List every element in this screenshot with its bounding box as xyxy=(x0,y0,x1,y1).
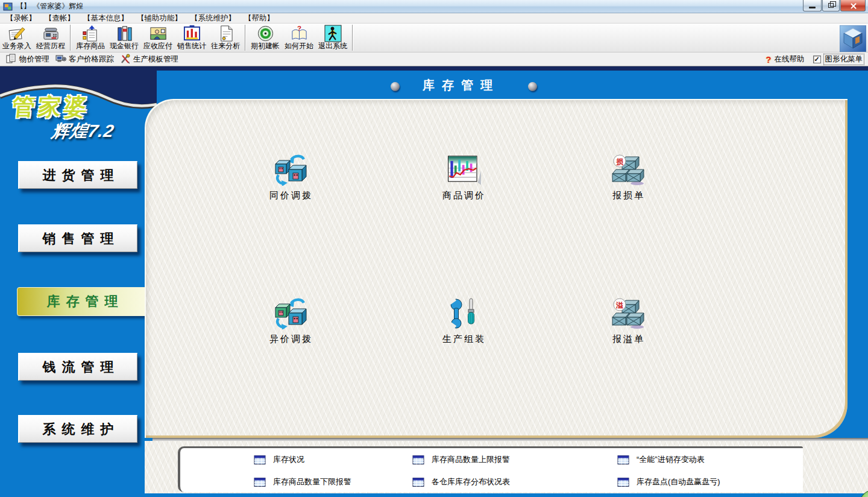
exit-icon xyxy=(324,25,342,42)
report-label: “全能”进销存变动表 xyxy=(637,454,705,465)
toolbar-sales-statistics[interactable]: 销售统计 xyxy=(175,24,209,52)
reports-panel: 库存状况 库存商品数量上限报警 “全能”进销存变动表 xyxy=(178,446,803,492)
restore-icon xyxy=(828,3,834,8)
toolbar-label: 客户价格跟踪 xyxy=(69,54,114,65)
price-docs-icon xyxy=(6,54,17,65)
shortcut-transfer-same-price[interactable]: 同价调拨 xyxy=(240,154,342,201)
toolbar-separator xyxy=(352,25,353,51)
graphical-menu-checkbox[interactable]: ✓ xyxy=(813,55,821,63)
table-icon xyxy=(617,478,629,487)
minimize-button[interactable] xyxy=(803,0,822,11)
toolbar-label: 期初建帐 xyxy=(251,42,280,50)
window-controls xyxy=(802,0,866,11)
toolbar-label: 应收应付 xyxy=(143,42,172,50)
report-label: 各仓库库存分布状况表 xyxy=(432,476,510,487)
menu-query[interactable]: 【查帐】 xyxy=(42,13,77,24)
report-label: 库存商品数量上限报警 xyxy=(432,454,510,465)
cash-bank-icon xyxy=(116,25,133,42)
transfer-same-price-icon xyxy=(274,154,308,186)
sidebar-item-cash-flow-management[interactable]: 钱流管理 xyxy=(18,353,137,381)
menu-auxiliary[interactable]: 【辅助功能】 xyxy=(134,13,184,24)
toolbar-label: 往来分析 xyxy=(211,42,240,50)
shortcut-label: 生产组装 xyxy=(413,334,515,345)
sidebar-item-inventory-management[interactable]: 库存管理 xyxy=(17,287,148,316)
toolbar-production-template-management[interactable]: 生产模板管理 xyxy=(120,54,178,65)
restore-button[interactable] xyxy=(822,0,840,11)
toolbar-separator xyxy=(245,25,246,51)
report-label: 库存盘点(自动盘赢盘亏) xyxy=(637,476,720,487)
table-icon xyxy=(412,455,424,464)
shortcut-goods-price-adjust[interactable]: 商品调价 xyxy=(413,154,515,201)
menu-bar: 【录帐】 【查帐】 【基本信息】 【辅助功能】 【系统维护】 【帮助】 xyxy=(0,13,868,24)
shortcut-production-assembly[interactable]: 生产组装 xyxy=(413,298,515,345)
report-inventory-status[interactable]: 库存状况 xyxy=(254,452,304,467)
toolbar-how-to-start[interactable]: ? 如何开始 xyxy=(282,24,316,52)
application-window: 【】 《管家婆》辉煌 【录帐】 【查帐】 【基本信息】 【辅助功能】 【系统维护… xyxy=(0,0,868,497)
sales-stats-icon xyxy=(183,25,201,42)
report-label: 库存商品数量下限报警 xyxy=(273,476,351,487)
report-omnipotent-change-table[interactable]: “全能”进销存变动表 xyxy=(617,452,705,467)
toolbar-label: 销售统计 xyxy=(177,42,206,50)
toolbar-label: 物价管理 xyxy=(19,54,49,65)
cube-logo-icon[interactable] xyxy=(840,25,866,52)
shortcut-label: 报溢单 xyxy=(577,334,680,345)
menu-system-maintenance[interactable]: 【系统维护】 xyxy=(188,13,238,24)
toolbar-label: 生产模板管理 xyxy=(133,54,178,65)
overflow-report-icon: 溢 xyxy=(612,298,646,329)
secondary-toolbar: 物价管理 客户价格跟踪 生产模板管理 ? 在线帮助 ✓ 图形化菜单 xyxy=(0,52,868,66)
toolbar-label: 如何开始 xyxy=(285,42,313,50)
shortcut-overflow-report[interactable]: 溢 报溢单 xyxy=(577,298,680,345)
brand-logo-version: 辉煌7.2 xyxy=(49,119,116,144)
main-toolbar: 业务录入 经营历程 库存商品 xyxy=(0,24,868,52)
shortcut-loss-report[interactable]: 损 报损单 xyxy=(577,154,680,201)
toolbar-label: 现金银行 xyxy=(110,42,139,50)
main-area: 管家婆 辉煌7.2 进货管理 销售管理 库存管理 钱流管理 系统维护 库存管理 xyxy=(0,66,868,497)
menu-help[interactable]: 【帮助】 xyxy=(242,13,277,24)
svg-text:?: ? xyxy=(297,25,301,32)
menu-basic-info[interactable]: 【基本信息】 xyxy=(81,13,131,24)
toolbar-stock-goods[interactable]: 库存商品 xyxy=(74,24,107,52)
toolbar-exit-system[interactable]: 退出系统 xyxy=(316,24,350,52)
toolbar-right-cluster: ? 在线帮助 ✓ 图形化菜单 xyxy=(766,52,864,66)
report-warehouse-distribution[interactable]: 各仓库库存分布状况表 xyxy=(412,474,510,490)
toolbar-business-history[interactable]: 经营历程 xyxy=(34,24,68,52)
toolbar-label: 退出系统 xyxy=(318,42,347,50)
menu-record[interactable]: 【录帐】 xyxy=(4,13,39,24)
table-icon xyxy=(254,478,266,487)
monitor-icon xyxy=(55,54,66,65)
report-stocktaking[interactable]: 库存盘点(自动盘赢盘亏) xyxy=(617,474,720,490)
shortcut-label: 商品调价 xyxy=(413,190,515,201)
shortcut-transfer-diff-price[interactable]: 异价调拨 xyxy=(240,298,342,345)
sidebar-item-system-maintenance[interactable]: 系统维护 xyxy=(18,415,137,443)
toolbar-label: 经营历程 xyxy=(36,42,65,50)
toolbar-label: 业务录入 xyxy=(2,42,31,50)
toolbar-separator xyxy=(70,25,71,51)
toolbar-initial-setup[interactable]: 期初建帐 xyxy=(248,24,282,52)
report-label: 库存状况 xyxy=(273,454,304,465)
production-assembly-icon xyxy=(447,298,481,329)
sidebar-item-purchase-management[interactable]: 进货管理 xyxy=(18,161,137,189)
loss-report-icon: 损 xyxy=(612,154,646,186)
sidebar-item-sales-management[interactable]: 销售管理 xyxy=(18,224,137,252)
toolbar-cash-bank[interactable]: 现金银行 xyxy=(107,24,141,52)
toolbar-account-analysis[interactable]: 往来分析 xyxy=(209,24,242,52)
app-icon xyxy=(3,2,13,11)
table-icon xyxy=(412,478,424,487)
shortcut-label: 同价调拨 xyxy=(240,190,342,201)
check-icon: ✓ xyxy=(814,55,819,63)
graphical-menu-label[interactable]: 图形化菜单 xyxy=(823,54,865,65)
toolbar-business-entry[interactable]: 业务录入 xyxy=(0,24,34,52)
online-help-link[interactable]: 在线帮助 xyxy=(775,54,805,65)
report-upper-limit-alarm[interactable]: 库存商品数量上限报警 xyxy=(412,452,510,467)
goods-price-adjust-icon xyxy=(447,154,481,186)
toolbar-receivable-payable[interactable]: 应收应付 xyxy=(141,24,175,52)
initial-setup-icon xyxy=(257,25,274,42)
tools-icon xyxy=(120,54,131,65)
how-to-start-icon: ? xyxy=(291,25,308,42)
report-lower-limit-alarm[interactable]: 库存商品数量下限报警 xyxy=(254,474,351,490)
close-button[interactable] xyxy=(840,0,866,11)
toolbar-customer-price-tracking[interactable]: 客户价格跟踪 xyxy=(55,54,114,65)
loss-badge: 损 xyxy=(615,157,624,166)
toolbar-price-management[interactable]: 物价管理 xyxy=(6,54,49,65)
shortcut-label: 异价调拨 xyxy=(240,334,342,345)
